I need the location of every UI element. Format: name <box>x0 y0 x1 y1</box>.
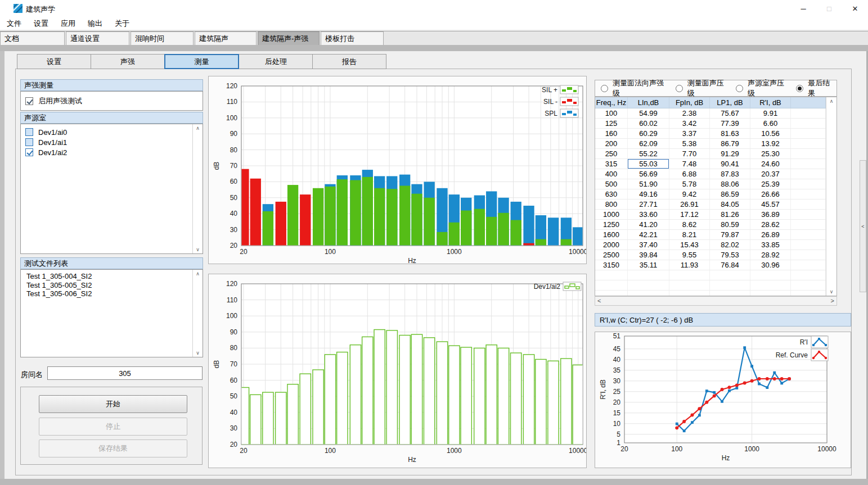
radio-icon[interactable] <box>796 85 803 92</box>
table-cell[interactable]: 88.06 <box>710 179 750 189</box>
table-cell[interactable]: 26.91 <box>669 200 710 209</box>
table-cell[interactable]: 2500 <box>595 250 628 260</box>
table-cell[interactable]: 86.79 <box>710 139 750 148</box>
room-name-input[interactable] <box>47 366 203 380</box>
table-cell[interactable]: 5.78 <box>669 179 710 189</box>
table-cell[interactable] <box>791 119 826 128</box>
menu-item-4[interactable]: 关于 <box>115 19 136 29</box>
table-cell[interactable]: 3.37 <box>669 129 710 138</box>
table-row[interactable]: 80027.7126.9184.0545.57 <box>595 200 836 210</box>
table-cell[interactable] <box>791 129 826 138</box>
table-row[interactable]: 250039.849.5579.5328.92 <box>595 250 836 260</box>
channel-checkbox[interactable] <box>25 128 33 136</box>
table-cell[interactable]: 9.55 <box>669 250 710 260</box>
channel-checkbox[interactable] <box>25 148 33 156</box>
table-cell[interactable]: 800 <box>595 200 628 209</box>
table-cell[interactable]: 81.63 <box>710 129 750 138</box>
sub-tab-1[interactable]: 声强 <box>91 54 165 69</box>
table-cell[interactable] <box>791 210 826 219</box>
table-row[interactable]: 16060.293.3781.6310.56 <box>595 129 836 139</box>
table-cell[interactable]: 1600 <box>595 230 628 239</box>
scroll-up-icon[interactable]: ∧ <box>826 98 836 104</box>
table-cell[interactable]: 11.93 <box>669 260 710 270</box>
table-cell[interactable]: 51.90 <box>628 179 669 189</box>
table-row[interactable]: 50051.905.7888.0625.39 <box>595 179 836 189</box>
table-cell[interactable]: 28.62 <box>750 220 791 229</box>
table-cell[interactable]: 75.67 <box>710 108 750 118</box>
table-cell[interactable]: 55.03 <box>628 159 669 169</box>
results-table-scrollbar[interactable]: ∧∨ <box>826 97 836 296</box>
table-cell[interactable]: 315 <box>595 159 628 169</box>
table-cell[interactable]: 125 <box>595 119 628 128</box>
table-cell[interactable]: 25.39 <box>750 179 791 189</box>
table-cell[interactable]: 37.40 <box>628 240 669 250</box>
table-cell[interactable]: 26.66 <box>750 189 791 199</box>
table-cell[interactable]: 42.21 <box>628 230 669 239</box>
table-cell[interactable] <box>791 230 826 239</box>
table-row[interactable]: 25055.227.7091.2925.30 <box>595 149 836 159</box>
scroll-up-icon[interactable]: ∧ <box>193 125 203 131</box>
test-file-item-0[interactable]: Test 1_305-004_SI2 <box>26 272 92 280</box>
table-cell[interactable]: 79.87 <box>710 230 750 239</box>
main-tab-1[interactable]: 通道设置 <box>66 31 129 46</box>
radio-icon[interactable] <box>676 85 683 92</box>
channel-item-1[interactable]: Dev1/ai1 <box>21 137 188 147</box>
menu-item-1[interactable]: 设置 <box>34 19 55 29</box>
table-cell[interactable]: 87.83 <box>710 169 750 179</box>
radio-icon[interactable] <box>601 85 608 92</box>
table-cell[interactable]: 62.09 <box>628 139 669 148</box>
table-cell[interactable]: 2000 <box>595 240 628 250</box>
table-cell[interactable]: 26.89 <box>750 230 791 239</box>
table-cell[interactable]: 55.22 <box>628 149 669 158</box>
channel-checkbox[interactable] <box>25 138 33 146</box>
table-cell[interactable]: 15.43 <box>669 240 710 250</box>
table-cell[interactable]: 90.41 <box>710 159 750 169</box>
table-cell[interactable]: 200 <box>595 139 628 148</box>
table-row[interactable]: 10054.992.3875.679.91 <box>595 108 836 119</box>
scroll-down-icon[interactable]: ∨ <box>826 289 836 294</box>
table-cell[interactable]: 3.42 <box>669 119 710 128</box>
save-results-button[interactable]: 保存结果 <box>39 439 187 457</box>
sub-tab-3[interactable]: 后处理 <box>239 54 313 69</box>
result-view-option-3[interactable]: 最后结果 <box>796 78 836 98</box>
table-cell[interactable]: 45.57 <box>750 200 791 209</box>
table-cell[interactable]: 630 <box>595 189 628 199</box>
table-row[interactable]: 100033.6017.1281.2636.89 <box>595 210 836 220</box>
table-cell[interactable]: 33.60 <box>628 210 669 219</box>
table-cell[interactable]: 7.70 <box>669 149 710 158</box>
table-row[interactable]: 63049.169.4286.5926.66 <box>595 189 836 200</box>
table-cell[interactable]: 41.20 <box>628 220 669 229</box>
table-cell[interactable]: 400 <box>595 169 628 179</box>
table-cell[interactable]: 36.89 <box>750 210 791 219</box>
table-cell[interactable]: 20.37 <box>750 169 791 179</box>
table-cell[interactable] <box>791 240 826 250</box>
table-cell[interactable]: 60.02 <box>628 119 669 128</box>
table-cell[interactable] <box>791 200 826 209</box>
table-row[interactable]: 160042.218.2179.8726.89 <box>595 230 836 240</box>
sub-tab-4[interactable]: 报告 <box>312 54 386 69</box>
menu-item-3[interactable]: 输出 <box>88 19 109 29</box>
table-cell[interactable]: 5.38 <box>669 139 710 148</box>
table-cell[interactable]: 35.11 <box>628 260 669 270</box>
sub-tab-2[interactable]: 测量 <box>164 54 240 69</box>
scroll-down-icon[interactable]: ∨ <box>193 350 203 356</box>
table-cell[interactable]: 86.59 <box>710 189 750 199</box>
table-row[interactable]: 315035.1111.9376.8430.96 <box>595 260 836 270</box>
table-row[interactable]: 20062.095.3886.7913.92 <box>595 139 836 149</box>
channel-item-0[interactable]: Dev1/ai0 <box>21 127 188 137</box>
minimize-button[interactable]: ─ <box>790 0 816 17</box>
table-cell[interactable] <box>791 108 826 118</box>
table-cell[interactable] <box>791 179 826 189</box>
test-file-item-2[interactable]: Test 1_305-006_SI2 <box>26 289 92 298</box>
table-cell[interactable]: 80.59 <box>710 220 750 229</box>
start-button[interactable]: 开始 <box>39 395 187 413</box>
table-cell[interactable]: 100 <box>595 108 628 118</box>
close-button[interactable]: ✕ <box>842 0 868 17</box>
table-cell[interactable]: 54.99 <box>628 108 669 118</box>
table-row[interactable]: 125041.208.6280.5928.62 <box>595 220 836 230</box>
table-cell[interactable]: 25.30 <box>750 149 791 158</box>
table-cell[interactable]: 24.60 <box>750 159 791 169</box>
table-cell[interactable]: 3150 <box>595 260 628 270</box>
table-cell[interactable]: 49.16 <box>628 189 669 199</box>
table-cell[interactable]: 82.02 <box>710 240 750 250</box>
